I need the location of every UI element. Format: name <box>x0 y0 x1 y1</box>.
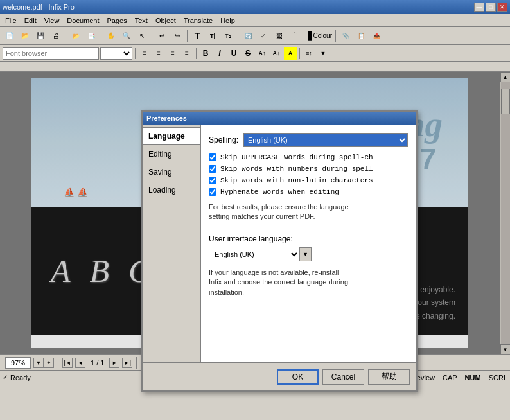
menu-pages[interactable]: Pages <box>103 15 131 26</box>
colour-selector[interactable]: Colour <box>307 29 333 43</box>
content-area: ⛵ ⛵ ng x 7 A B C D We've made changing f… <box>0 72 510 354</box>
zoom-dropdown[interactable]: ▼ <box>33 358 44 368</box>
tab-language[interactable]: Language <box>143 127 200 145</box>
text-tool[interactable]: T <box>190 29 204 43</box>
checkbox-numbers-input[interactable] <box>209 165 216 173</box>
dropdown-button[interactable]: ▼ <box>317 47 330 60</box>
cancel-button[interactable]: Cancel <box>322 369 364 385</box>
sep2 <box>101 30 101 42</box>
line-spacing-button[interactable]: ≡↕ <box>303 47 315 60</box>
dialog-body: Language Editing Saving Loading Spelling… <box>143 125 416 362</box>
close-button[interactable]: ✕ <box>497 3 507 12</box>
checkbox-uppercase-input[interactable] <box>209 153 216 161</box>
ui-lang-arrow[interactable]: ▼ <box>299 248 311 261</box>
page-indicator: 1 / 1 <box>88 359 107 367</box>
text-format-tool[interactable]: T| <box>206 29 220 43</box>
dialog-title-bar: Preferences <box>143 112 416 125</box>
sep4 <box>187 30 188 42</box>
align-left-button[interactable]: ≡ <box>138 47 151 60</box>
undo-button[interactable]: ↩ <box>155 29 169 43</box>
align-center-button[interactable]: ≡ <box>152 47 165 60</box>
menu-file[interactable]: File <box>1 15 21 26</box>
checkbox-nonlatin-label: Skip words with non-latin characters <box>220 177 373 184</box>
zoom-display: 97% <box>5 357 31 369</box>
checkbox-nonlatin-input[interactable] <box>209 177 216 184</box>
main-toolbar: 📄 📂 💾 🖨 📂 📑 ✋ 🔍 ↖ ↩ ↪ T T| T₂ 🔄 ✓ 🖼 ⌒ Co… <box>0 27 510 45</box>
ruler-content <box>3 62 507 71</box>
checkbox-hyphenate-label: Hyphenate words when editing <box>220 188 339 196</box>
menu-bar: File Edit View Document Pages Text Objec… <box>0 14 510 27</box>
new-button[interactable]: 📄 <box>3 29 17 43</box>
nav-sep1 <box>58 357 58 369</box>
sep6 <box>304 30 304 42</box>
tab-loading[interactable]: Loading <box>143 181 200 199</box>
tab-saving[interactable]: Saving <box>143 163 200 181</box>
redo-button[interactable]: ↪ <box>170 29 184 43</box>
hand-tool[interactable]: ✋ <box>104 29 118 43</box>
open-button[interactable]: 📂 <box>18 29 32 43</box>
align-justify-button[interactable]: ≡ <box>180 47 193 60</box>
bold-button[interactable]: B <box>199 47 212 60</box>
underline-button[interactable]: U <box>227 47 240 60</box>
find-replace-button[interactable]: 🔄 <box>241 29 255 43</box>
strikethrough-button[interactable]: S <box>242 47 254 60</box>
first-page-btn[interactable]: |◄ <box>62 358 73 368</box>
font-size-select[interactable] <box>100 47 132 60</box>
maximize-button[interactable]: □ <box>486 3 496 12</box>
zoom-in-btn[interactable]: + <box>44 358 54 368</box>
divider <box>209 229 408 229</box>
save-pdf-button[interactable]: 📑 <box>84 29 98 43</box>
extra-tool1[interactable]: 📎 <box>339 29 353 43</box>
dialog-title: Preferences <box>146 114 187 122</box>
format-sep2 <box>196 48 197 59</box>
prev-page-btn[interactable]: ◄ <box>75 358 85 368</box>
ok-button[interactable]: OK <box>277 369 319 385</box>
menu-help[interactable]: Help <box>216 15 239 26</box>
last-page-btn[interactable]: ►| <box>122 358 132 368</box>
font-browser-input[interactable] <box>3 47 99 60</box>
title-bar: welcome.pdf - Infix Pro — □ ✕ <box>0 0 510 14</box>
select-tool[interactable]: ↖ <box>135 29 149 43</box>
ruler <box>0 62 510 72</box>
shape-tool[interactable]: ⌒ <box>287 29 301 43</box>
checkbox-hyphenate-input[interactable] <box>209 188 216 196</box>
extra-tool2[interactable]: 📋 <box>354 29 368 43</box>
italic-button[interactable]: I <box>213 47 226 60</box>
colour-label: Colour <box>313 32 332 39</box>
menu-translate[interactable]: Translate <box>180 15 216 26</box>
sep3 <box>152 30 152 42</box>
checkbox-nonlatin: Skip words with non-latin characters <box>209 177 408 184</box>
status-ready: ✓ Ready <box>3 374 31 381</box>
checkbox-uppercase-label: Skip UPPERCASE words during spell-ch <box>220 153 373 161</box>
save-button[interactable]: 💾 <box>33 29 48 43</box>
zoom-tool[interactable]: 🔍 <box>119 29 134 43</box>
app-title: welcome.pdf - Infix Pro <box>3 3 75 11</box>
help-button[interactable]: 帮助 <box>368 369 410 385</box>
current-page: 1 <box>91 359 94 367</box>
tab-editing[interactable]: Editing <box>143 145 200 163</box>
print-button[interactable]: 🖨 <box>49 29 63 43</box>
superscript-button[interactable]: A↑ <box>256 47 268 60</box>
ui-lang-select[interactable]: English (UK) English (US) <box>209 247 299 261</box>
extra-tool3[interactable]: 📤 <box>369 29 383 43</box>
checkbox-numbers: Skip words with numbers during spell <box>209 165 408 173</box>
align-right-button[interactable]: ≡ <box>166 47 179 60</box>
next-page-btn[interactable]: ► <box>109 358 119 368</box>
text-size-tool[interactable]: T₂ <box>221 29 235 43</box>
ui-lang-select-wrapper: English (UK) English (US) ▼ <box>209 247 312 261</box>
image-tool[interactable]: 🖼 <box>272 29 286 43</box>
menu-edit[interactable]: Edit <box>21 15 40 26</box>
zoom-value: 97% <box>11 359 25 367</box>
subscript-button[interactable]: A↓ <box>270 47 283 60</box>
menu-view[interactable]: View <box>40 15 64 26</box>
open-file-button[interactable]: 📂 <box>69 29 83 43</box>
spelling-select[interactable]: English (UK) English (US) <box>243 133 408 147</box>
highlight-button[interactable]: A <box>284 47 297 60</box>
minimize-button[interactable]: — <box>474 3 484 12</box>
status-ready-text: Ready <box>10 374 31 381</box>
menu-text[interactable]: Text <box>131 15 152 26</box>
menu-object[interactable]: Object <box>152 15 180 26</box>
menu-document[interactable]: Document <box>63 15 103 26</box>
spell-check-button[interactable]: ✓ <box>256 29 270 43</box>
sep5 <box>238 30 238 42</box>
